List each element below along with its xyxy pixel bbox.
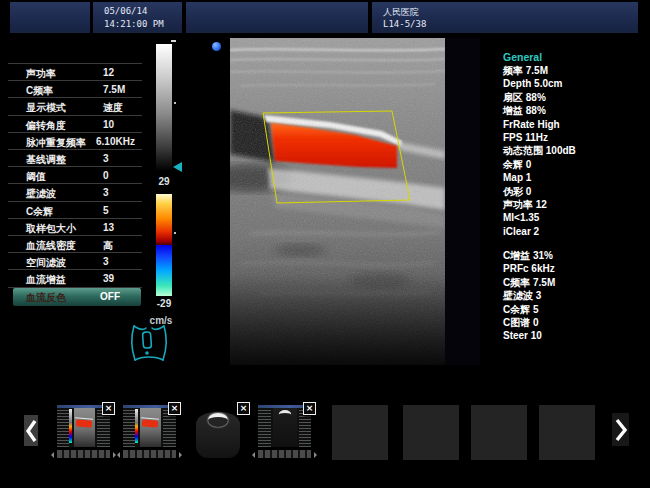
gain-arrow-icon: [173, 162, 182, 172]
header-blank-field-2: [186, 2, 368, 33]
param-row-baseline[interactable]: 基线调整 3: [8, 149, 142, 167]
thumbnail-slot-empty-8: [539, 405, 595, 460]
param-value: 7.5M: [103, 84, 125, 95]
thumb-left-text: [57, 408, 69, 447]
thumbnail-slot-empty-6: [403, 405, 459, 460]
prev-thumbnails-button[interactable]: [24, 415, 38, 446]
param-label: 血流增益: [26, 273, 66, 287]
probe-contact-arc-icon: [208, 413, 228, 427]
param-label: 血流线密度: [26, 239, 76, 253]
header-blank-field-1: [10, 2, 90, 33]
thumb-scalebar: [69, 409, 72, 443]
b-param-frequency: 频率 7.5M: [503, 64, 649, 77]
c-param-frequency: C频率 7.5M: [503, 276, 649, 289]
header-time: 14:21:00 PM: [104, 19, 164, 29]
param-row-wall-filter[interactable]: 壁滤波 3: [8, 183, 142, 201]
param-label: 脉冲重复频率: [26, 136, 86, 150]
b-param-map: Map 1: [503, 171, 649, 184]
param-row-c-persistence[interactable]: C余辉 5: [8, 201, 142, 219]
c-param-steer: Steer 10: [503, 329, 649, 342]
param-label: 壁滤波: [26, 187, 56, 201]
param-row-color-invert-selected[interactable]: 血流反色 OFF: [13, 288, 141, 306]
param-label: C余辉: [26, 205, 53, 219]
param-row-threshold[interactable]: 阈值 0: [8, 166, 142, 184]
thumb-scalebar: [135, 409, 138, 443]
param-row-color-gain[interactable]: 血流增益 39: [8, 269, 142, 288]
b-param-frame-rate: FrRate High: [503, 118, 649, 131]
thumb-doppler-flow: [76, 419, 92, 427]
param-label: 取样包大小: [26, 222, 76, 236]
param-row-spatial-filter[interactable]: 空间滤波 3: [8, 252, 142, 270]
chevron-right-icon: [615, 416, 627, 444]
thumb-dark-scan: [196, 412, 240, 458]
close-icon[interactable]: ×: [237, 402, 250, 415]
param-value: OFF: [100, 291, 120, 302]
thumb-image: [273, 408, 297, 447]
body-marker-icon[interactable]: [126, 322, 172, 368]
thumbnail-doppler-2[interactable]: ×: [123, 405, 176, 447]
image-parameters-panel: General 频率 7.5M Depth 5.0cm 扇区 88% 增益 88…: [503, 50, 649, 343]
param-row-acoustic-power[interactable]: 声功率 12: [8, 63, 142, 81]
param-value: 高: [103, 239, 113, 253]
scale-dot-icon: [174, 102, 176, 104]
ultrasound-image[interactable]: [230, 38, 480, 365]
param-value: 6.10KHz: [96, 136, 135, 147]
thumb-left-text: [123, 408, 135, 447]
param-value: 5: [103, 205, 109, 216]
c-param-wall-filter: 壁滤波 3: [503, 289, 649, 302]
param-value: 0: [103, 170, 109, 181]
ultrasound-system-screen: 05/06/14 14:21:00 PM 人民医院 L14-5/38 声功率 1…: [0, 0, 650, 488]
thumbnail-slot-empty-7: [471, 405, 527, 460]
thumb-image: [74, 408, 95, 447]
thumbnail-scan-4[interactable]: ×: [258, 405, 311, 447]
param-value: 10: [103, 119, 114, 130]
ultrasound-canvas: [230, 38, 445, 365]
velocity-max-label: 29: [152, 176, 176, 187]
param-label: 空间滤波: [26, 256, 66, 270]
param-row-c-frequency[interactable]: C频率 7.5M: [8, 80, 142, 98]
param-label: 血流反色: [26, 291, 66, 305]
probe-contact-arc-icon: [279, 410, 292, 420]
header-hospital-name: 人民医院: [383, 6, 419, 19]
param-label: 基线调整: [26, 153, 66, 167]
close-icon[interactable]: ×: [168, 402, 181, 415]
close-icon[interactable]: ×: [303, 402, 316, 415]
param-value: 3: [103, 153, 109, 164]
param-label: C频率: [26, 84, 53, 98]
thumbnail-probe-3[interactable]: ×: [191, 405, 245, 460]
thumbnail-doppler-1[interactable]: ×: [57, 405, 110, 447]
param-row-steer-angle[interactable]: 偏转角度 10: [8, 115, 142, 133]
b-param-dynamic-range: 动态范围 100dB: [503, 144, 649, 157]
c-param-persistence: C余辉 5: [503, 303, 649, 316]
param-value: 3: [103, 187, 109, 198]
b-param-depth: Depth 5.0cm: [503, 77, 649, 90]
param-row-prf[interactable]: 脉冲重复频率 6.10KHz: [8, 132, 142, 150]
param-row-line-density[interactable]: 血流线密度 高: [8, 235, 142, 253]
param-row-packet-size[interactable]: 取样包大小 13: [8, 218, 142, 236]
param-label: 显示模式: [26, 101, 66, 115]
param-value: 3: [103, 256, 109, 267]
grayscale-bar: [156, 44, 172, 171]
b-param-gain: 增益 88%: [503, 104, 649, 117]
section-title: General: [503, 50, 649, 64]
b-param-fps: FPS 11Hz: [503, 131, 649, 144]
param-value: 速度: [103, 101, 123, 115]
b-param-iclear: iClear 2: [503, 225, 649, 238]
close-icon[interactable]: ×: [102, 402, 115, 415]
b-param-chroma: 伪彩 0: [503, 185, 649, 198]
scale-dot-icon: [174, 232, 176, 234]
param-label: 声功率: [26, 67, 56, 81]
param-row-display-mode[interactable]: 显示模式 速度: [8, 97, 142, 115]
header-hospital-field: 人民医院 L14-5/38: [372, 2, 638, 33]
b-param-mi: MI<1.35: [503, 211, 649, 224]
header-date: 05/06/14: [104, 6, 147, 16]
param-value: 13: [103, 222, 114, 233]
param-value: 39: [103, 273, 114, 284]
next-thumbnails-button[interactable]: [612, 413, 629, 446]
thumb-filmstrip: [258, 450, 311, 458]
thumb-doppler-flow: [142, 419, 158, 427]
b-param-persistence: 余辉 0: [503, 158, 649, 171]
b-param-sector: 扇区 88%: [503, 91, 649, 104]
c-param-map: C图谱 0: [503, 316, 649, 329]
thumb-image: [140, 408, 161, 447]
